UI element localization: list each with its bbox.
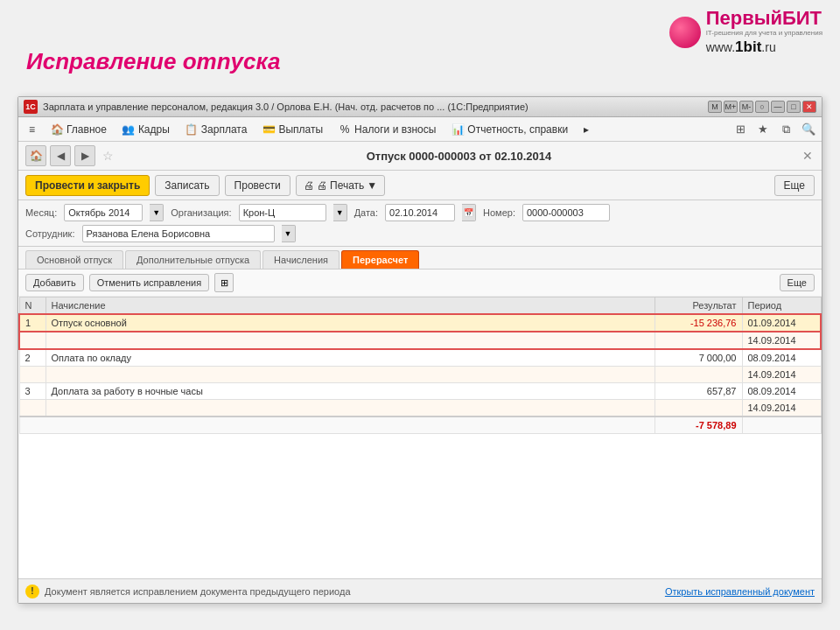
tab-main-leave[interactable]: Основной отпуск [25, 250, 123, 269]
menu-search-btn[interactable]: 🔍 [799, 120, 818, 139]
status-warning: ! Документ является исправлением докумен… [25, 584, 351, 598]
table-total-row: -7 578,89 [19, 416, 821, 434]
cell-result: -15 236,76 [654, 314, 742, 332]
org-label: Организация: [171, 207, 231, 218]
number-input[interactable] [522, 204, 610, 221]
nav-home-btn[interactable]: 🏠 [25, 145, 46, 166]
nav-star-btn[interactable]: ☆ [102, 149, 114, 163]
title-btn-mplus[interactable]: М+ [724, 101, 738, 113]
org-input-btn[interactable]: ▼ [333, 204, 347, 221]
col-accrual: Начисление [46, 298, 654, 315]
tab-extra-leave[interactable]: Дополнительные отпуска [125, 250, 261, 269]
menu-star-btn[interactable]: ★ [753, 120, 773, 139]
total-value: -7 578,89 [654, 416, 742, 434]
table-row[interactable]: 3 Доплата за работу в ночные часы 657,87… [19, 383, 821, 400]
menu-reports[interactable]: 📊 Отчетность, справки [444, 121, 575, 138]
tax-icon: % [339, 123, 351, 136]
title-btn-minimize[interactable]: — [771, 101, 785, 113]
table-row[interactable]: 2 Оплата по окладу 7 000,00 08.09.2014 [19, 349, 821, 367]
form-fields: Месяц: ▼ Организация: ▼ Дата: 📅 Номер: С… [18, 200, 822, 247]
table-row[interactable]: 14.09.2014 [19, 332, 821, 349]
table-row[interactable]: 14.09.2014 [19, 400, 821, 417]
app-icon: 1С [24, 100, 38, 114]
tab-recalc[interactable]: Перерасчет [341, 250, 419, 269]
cell-name: Доплата за работу в ночные часы [46, 383, 654, 400]
logo-circle-icon [669, 17, 701, 48]
form-row-employee: Сотрудник: ▼ [25, 225, 815, 242]
menu-grid-btn[interactable]: ⊞ [731, 120, 750, 139]
month-input-btn[interactable]: ▼ [150, 204, 164, 221]
btn-more[interactable]: Еще [774, 175, 815, 196]
employee-input[interactable] [82, 225, 275, 242]
menu-hr[interactable]: 👥 Кадры [116, 121, 177, 138]
menu-taxes[interactable]: % Налоги и взносы [332, 121, 443, 138]
menu-taxes-label: Налоги и взносы [354, 123, 436, 136]
form-row-month: Месяц: ▼ Организация: ▼ Дата: 📅 Номер: [25, 204, 815, 221]
cell-result [654, 332, 742, 349]
menu-hamburger[interactable]: ≡ [22, 121, 42, 138]
title-bar-text: Зарплата и управление персоналом, редакц… [43, 102, 708, 112]
table-row[interactable]: 14.09.2014 [19, 367, 821, 383]
title-btn-close[interactable]: ✕ [802, 101, 816, 113]
cell-name [46, 332, 654, 349]
warning-text: Документ является исправлением документа… [45, 586, 351, 597]
menu-copy-btn[interactable]: ⧉ [776, 120, 795, 139]
salary-icon: 📋 [186, 123, 198, 136]
title-btn-maximize[interactable]: □ [787, 101, 801, 113]
printer-icon: 🖨 [304, 179, 314, 192]
cell-period: 14.09.2014 [742, 367, 821, 383]
tab-accruals[interactable]: Начисления [262, 250, 340, 269]
org-input[interactable] [239, 204, 326, 221]
table-header-row: N Начисление Результат Период [19, 298, 821, 315]
title-btn-m[interactable]: М [708, 101, 722, 113]
menu-salary[interactable]: 📋 Зарплата [178, 121, 255, 138]
logo-brand: ПервыйБИТ IT-решения для учета и управле… [706, 9, 822, 56]
menu-home[interactable]: 🏠 Главное [44, 121, 114, 138]
btn-cancel-corrections[interactable]: Отменить исправления [89, 274, 209, 291]
btn-post[interactable]: Провести [225, 175, 290, 196]
sub-icon-btn[interactable]: ⊞ [214, 273, 234, 292]
logo-second-word: БИТ [782, 7, 822, 29]
date-input[interactable] [385, 204, 455, 221]
employee-label: Сотрудник: [25, 228, 75, 239]
btn-write[interactable]: Записать [155, 175, 219, 196]
btn-add[interactable]: Добавить [25, 274, 84, 291]
cell-name [46, 367, 654, 383]
btn-sub-more[interactable]: Еще [780, 274, 815, 291]
btn-print[interactable]: 🖨 🖨 Печать ▼ [296, 175, 386, 196]
title-btn-circle[interactable]: ○ [755, 101, 769, 113]
cell-result: 657,87 [654, 383, 742, 400]
title-bar: 1С Зарплата и управление персоналом, ред… [18, 97, 822, 117]
nav-back-btn[interactable]: ◀ [50, 145, 71, 166]
date-label: Дата: [354, 207, 378, 218]
col-n: N [19, 298, 46, 315]
cell-period: 14.09.2014 [742, 400, 821, 417]
menu-salary-label: Зарплата [201, 123, 248, 136]
month-input[interactable] [64, 204, 143, 221]
table-row[interactable]: 1 Отпуск основной -15 236,76 01.09.2014 [19, 314, 821, 332]
col-period: Период [742, 298, 821, 315]
menu-home-label: Главное [66, 123, 107, 136]
menu-bar: ≡ 🏠 Главное 👥 Кадры 📋 Зарплата 💳 Выплаты… [18, 117, 822, 142]
tabs-bar: Основной отпуск Дополнительные отпуска Н… [18, 247, 822, 270]
cell-period: 08.09.2014 [742, 349, 821, 367]
status-link[interactable]: Открыть исправленный документ [665, 586, 815, 597]
main-window: 1С Зарплата и управление персоналом, ред… [18, 96, 822, 604]
menu-payments[interactable]: 💳 Выплаты [256, 121, 330, 138]
logo-tagline: IT-решения для учета и управления [706, 29, 822, 37]
title-btn-mminus[interactable]: М- [739, 101, 753, 113]
table-area: Добавить Отменить исправления ⊞ Еще N На… [18, 270, 822, 578]
cell-n [19, 332, 46, 349]
cell-period: 14.09.2014 [742, 332, 821, 349]
btn-post-close[interactable]: Провести и закрыть [25, 175, 150, 196]
nav-forward-btn[interactable]: ▶ [74, 145, 95, 166]
doc-close-btn[interactable]: ✕ [801, 149, 815, 163]
print-dropdown-arrow: ▼ [367, 179, 377, 192]
number-label: Номер: [483, 207, 515, 218]
employee-input-btn[interactable]: ▼ [282, 225, 296, 242]
page-title: Исправление отпуска [26, 48, 280, 75]
date-input-btn[interactable]: 📅 [462, 204, 476, 221]
cell-n: 1 [19, 314, 46, 332]
cell-result [654, 367, 742, 383]
menu-more-arrow[interactable]: ▸ [577, 121, 596, 138]
